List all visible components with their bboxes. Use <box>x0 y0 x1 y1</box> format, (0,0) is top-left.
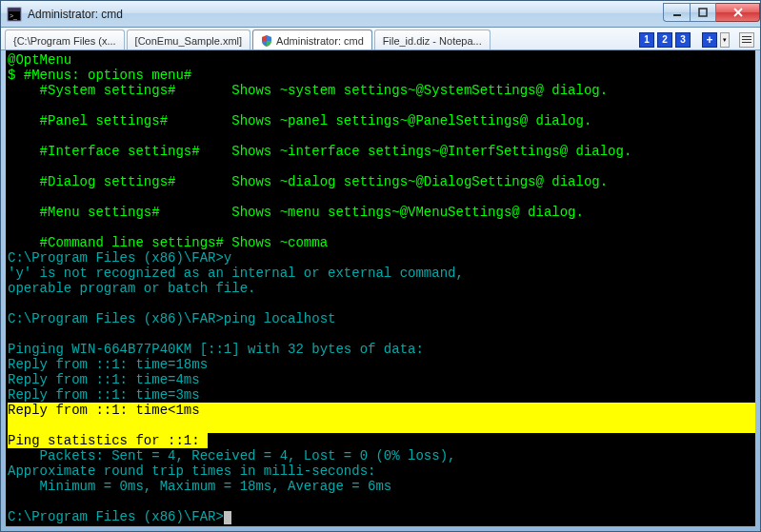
term-line <box>8 326 755 342</box>
term-text: Ping statistics for ::1: <box>8 433 200 448</box>
cursor <box>224 511 231 524</box>
term-line: Minimum = 0ms, Maximum = 18ms, Average =… <box>8 479 755 494</box>
tabbar-spacer <box>492 30 637 49</box>
term-text: Reply from <box>8 403 95 418</box>
menu-button[interactable] <box>739 32 754 48</box>
term-line <box>8 159 755 174</box>
minimize-button[interactable] <box>663 3 690 22</box>
prompt-line: C:\Program Files (x86)\FAR> <box>8 509 755 524</box>
term-line <box>8 296 755 311</box>
tab-label: {C:\Program Files (x... <box>13 35 116 47</box>
term-line: Reply from ::1: time=18ms <box>8 357 755 372</box>
term-line: @OptMenu <box>8 52 755 68</box>
close-icon <box>732 8 744 17</box>
term-line: #Menu settings# Shows ~menu settings~@VM… <box>8 205 755 220</box>
tab-bar: {C:\Program Files (x... [ConEmu_Sample.x… <box>1 28 760 50</box>
term-line-selected <box>8 418 755 433</box>
term-line: Approximate round trip times in milli-se… <box>8 463 755 479</box>
prompt: C:\Program Files (x86)\FAR> <box>8 509 224 524</box>
maximize-button[interactable] <box>690 3 716 22</box>
term-line <box>8 189 755 205</box>
console-2-button[interactable]: 2 <box>657 32 672 48</box>
term-line: Reply from ::1: time=4ms <box>8 372 755 387</box>
term-line: #Panel settings# Shows ~panel settings~@… <box>8 113 755 128</box>
svg-rect-1 <box>9 9 20 11</box>
console-3-button[interactable]: 3 <box>675 32 691 48</box>
new-console-button[interactable]: + <box>702 32 717 48</box>
svg-rect-4 <box>699 9 707 16</box>
term-line: Packets: Sent = 4, Received = 4, Lost = … <box>8 448 755 463</box>
shield-icon <box>261 35 272 47</box>
maximize-icon <box>698 8 708 17</box>
new-console-dropdown[interactable]: ▾ <box>720 32 730 48</box>
titlebar[interactable]: >_ Administrator: cmd <box>1 1 760 28</box>
close-button[interactable] <box>716 3 760 22</box>
tab-notepad[interactable]: File_id.diz - Notepa... <box>374 30 491 49</box>
selection-end <box>200 433 208 448</box>
term-text: ::1: time<1ms <box>95 403 199 418</box>
window-controls <box>663 3 760 22</box>
tab-program-files[interactable]: {C:\Program Files (x... <box>5 30 125 49</box>
term-line: #System settings# Shows ~system settings… <box>8 83 755 98</box>
tab-label: [ConEmu_Sample.xml] <box>135 35 243 47</box>
window-frame: >_ Administrator: cmd {C:\Program Files … <box>0 0 761 532</box>
app-icon: >_ <box>7 7 22 22</box>
svg-text:>_: >_ <box>10 12 17 20</box>
term-line-selected: Reply from ::1: time<1ms <box>8 403 755 418</box>
term-line: Reply from ::1: time=3ms <box>8 387 755 403</box>
tab-conemu-sample[interactable]: [ConEmu_Sample.xml] <box>127 30 251 49</box>
tab-admin-cmd[interactable]: Administrator: cmd <box>252 30 372 49</box>
term-line <box>8 220 755 235</box>
term-line <box>8 494 755 509</box>
term-line: operable program or batch file. <box>8 281 755 296</box>
term-line: #Command line settings# Shows ~comma <box>8 235 755 250</box>
terminal[interactable]: @OptMenu $ #Menus: options menu# #System… <box>6 50 755 526</box>
term-line: #Interface settings# Shows ~interface se… <box>8 144 755 159</box>
window-title: Administrator: cmd <box>28 8 663 21</box>
console-1-button[interactable]: 1 <box>639 32 654 48</box>
term-line: $ #Menus: options menu# <box>8 68 755 83</box>
term-line: C:\Program Files (x86)\FAR>ping localhos… <box>8 311 755 326</box>
term-line: C:\Program Files (x86)\FAR>y <box>8 250 755 266</box>
term-line <box>8 98 755 113</box>
term-line: #Dialog settings# Shows ~dialog settings… <box>8 174 755 189</box>
tabbar-controls: 1 2 3 + ▾ <box>639 30 756 49</box>
term-line <box>8 128 755 144</box>
tab-label: Administrator: cmd <box>276 35 364 47</box>
term-line: Pinging WIN-664B77P40KM [::1] with 32 by… <box>8 342 755 357</box>
term-line: 'y' is not recognized as an internal or … <box>8 266 755 281</box>
minimize-icon <box>672 8 682 17</box>
term-line-selected: Ping statistics for ::1: <box>8 433 755 448</box>
svg-rect-3 <box>673 14 681 16</box>
tab-label: File_id.diz - Notepa... <box>383 35 482 47</box>
